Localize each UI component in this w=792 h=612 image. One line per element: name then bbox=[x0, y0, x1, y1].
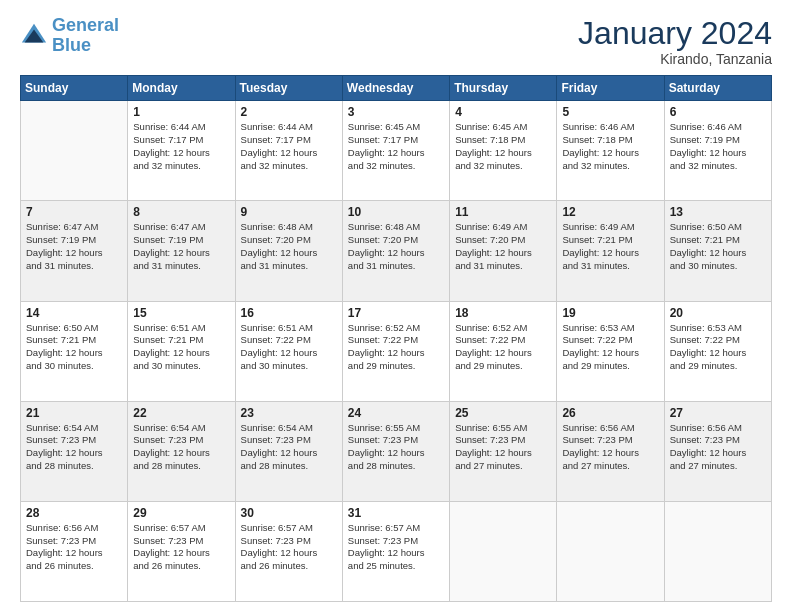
day-cell bbox=[664, 501, 771, 601]
week-row-3: 21Sunrise: 6:54 AM Sunset: 7:23 PM Dayli… bbox=[21, 401, 772, 501]
day-info: Sunrise: 6:57 AM Sunset: 7:23 PM Dayligh… bbox=[133, 522, 229, 573]
day-number: 25 bbox=[455, 406, 551, 420]
day-info: Sunrise: 6:47 AM Sunset: 7:19 PM Dayligh… bbox=[26, 221, 122, 272]
day-cell: 17Sunrise: 6:52 AM Sunset: 7:22 PM Dayli… bbox=[342, 301, 449, 401]
day-info: Sunrise: 6:49 AM Sunset: 7:21 PM Dayligh… bbox=[562, 221, 658, 272]
day-cell: 10Sunrise: 6:48 AM Sunset: 7:20 PM Dayli… bbox=[342, 201, 449, 301]
weekday-header-friday: Friday bbox=[557, 76, 664, 101]
day-cell: 18Sunrise: 6:52 AM Sunset: 7:22 PM Dayli… bbox=[450, 301, 557, 401]
day-cell: 20Sunrise: 6:53 AM Sunset: 7:22 PM Dayli… bbox=[664, 301, 771, 401]
weekday-header-saturday: Saturday bbox=[664, 76, 771, 101]
day-cell: 15Sunrise: 6:51 AM Sunset: 7:21 PM Dayli… bbox=[128, 301, 235, 401]
day-number: 5 bbox=[562, 105, 658, 119]
day-cell: 14Sunrise: 6:50 AM Sunset: 7:21 PM Dayli… bbox=[21, 301, 128, 401]
day-info: Sunrise: 6:50 AM Sunset: 7:21 PM Dayligh… bbox=[670, 221, 766, 272]
day-number: 29 bbox=[133, 506, 229, 520]
day-number: 12 bbox=[562, 205, 658, 219]
day-info: Sunrise: 6:53 AM Sunset: 7:22 PM Dayligh… bbox=[670, 322, 766, 373]
week-row-0: 1Sunrise: 6:44 AM Sunset: 7:17 PM Daylig… bbox=[21, 101, 772, 201]
day-info: Sunrise: 6:51 AM Sunset: 7:21 PM Dayligh… bbox=[133, 322, 229, 373]
day-info: Sunrise: 6:52 AM Sunset: 7:22 PM Dayligh… bbox=[455, 322, 551, 373]
day-info: Sunrise: 6:48 AM Sunset: 7:20 PM Dayligh… bbox=[348, 221, 444, 272]
day-cell: 31Sunrise: 6:57 AM Sunset: 7:23 PM Dayli… bbox=[342, 501, 449, 601]
day-cell: 19Sunrise: 6:53 AM Sunset: 7:22 PM Dayli… bbox=[557, 301, 664, 401]
day-cell: 28Sunrise: 6:56 AM Sunset: 7:23 PM Dayli… bbox=[21, 501, 128, 601]
location: Kirando, Tanzania bbox=[578, 51, 772, 67]
day-info: Sunrise: 6:47 AM Sunset: 7:19 PM Dayligh… bbox=[133, 221, 229, 272]
day-info: Sunrise: 6:44 AM Sunset: 7:17 PM Dayligh… bbox=[133, 121, 229, 172]
day-number: 30 bbox=[241, 506, 337, 520]
day-info: Sunrise: 6:56 AM Sunset: 7:23 PM Dayligh… bbox=[562, 422, 658, 473]
day-number: 17 bbox=[348, 306, 444, 320]
day-number: 13 bbox=[670, 205, 766, 219]
day-info: Sunrise: 6:50 AM Sunset: 7:21 PM Dayligh… bbox=[26, 322, 122, 373]
day-number: 15 bbox=[133, 306, 229, 320]
day-number: 14 bbox=[26, 306, 122, 320]
day-cell: 27Sunrise: 6:56 AM Sunset: 7:23 PM Dayli… bbox=[664, 401, 771, 501]
day-cell: 5Sunrise: 6:46 AM Sunset: 7:18 PM Daylig… bbox=[557, 101, 664, 201]
day-info: Sunrise: 6:56 AM Sunset: 7:23 PM Dayligh… bbox=[670, 422, 766, 473]
day-info: Sunrise: 6:46 AM Sunset: 7:18 PM Dayligh… bbox=[562, 121, 658, 172]
weekday-header-row: SundayMondayTuesdayWednesdayThursdayFrid… bbox=[21, 76, 772, 101]
day-number: 20 bbox=[670, 306, 766, 320]
day-number: 24 bbox=[348, 406, 444, 420]
day-cell: 29Sunrise: 6:57 AM Sunset: 7:23 PM Dayli… bbox=[128, 501, 235, 601]
day-cell: 7Sunrise: 6:47 AM Sunset: 7:19 PM Daylig… bbox=[21, 201, 128, 301]
day-info: Sunrise: 6:54 AM Sunset: 7:23 PM Dayligh… bbox=[133, 422, 229, 473]
day-info: Sunrise: 6:54 AM Sunset: 7:23 PM Dayligh… bbox=[241, 422, 337, 473]
day-number: 18 bbox=[455, 306, 551, 320]
logo-icon bbox=[20, 22, 48, 50]
day-cell: 24Sunrise: 6:55 AM Sunset: 7:23 PM Dayli… bbox=[342, 401, 449, 501]
day-cell: 9Sunrise: 6:48 AM Sunset: 7:20 PM Daylig… bbox=[235, 201, 342, 301]
day-info: Sunrise: 6:51 AM Sunset: 7:22 PM Dayligh… bbox=[241, 322, 337, 373]
day-info: Sunrise: 6:45 AM Sunset: 7:18 PM Dayligh… bbox=[455, 121, 551, 172]
day-info: Sunrise: 6:44 AM Sunset: 7:17 PM Dayligh… bbox=[241, 121, 337, 172]
day-cell: 25Sunrise: 6:55 AM Sunset: 7:23 PM Dayli… bbox=[450, 401, 557, 501]
day-cell bbox=[450, 501, 557, 601]
day-cell bbox=[21, 101, 128, 201]
day-number: 3 bbox=[348, 105, 444, 119]
page: General Blue January 2024 Kirando, Tanza… bbox=[0, 0, 792, 612]
day-cell: 30Sunrise: 6:57 AM Sunset: 7:23 PM Dayli… bbox=[235, 501, 342, 601]
day-info: Sunrise: 6:57 AM Sunset: 7:23 PM Dayligh… bbox=[241, 522, 337, 573]
day-info: Sunrise: 6:57 AM Sunset: 7:23 PM Dayligh… bbox=[348, 522, 444, 573]
day-number: 8 bbox=[133, 205, 229, 219]
day-number: 10 bbox=[348, 205, 444, 219]
weekday-header-monday: Monday bbox=[128, 76, 235, 101]
month-title: January 2024 bbox=[578, 16, 772, 51]
title-block: January 2024 Kirando, Tanzania bbox=[578, 16, 772, 67]
day-cell: 3Sunrise: 6:45 AM Sunset: 7:17 PM Daylig… bbox=[342, 101, 449, 201]
day-info: Sunrise: 6:49 AM Sunset: 7:20 PM Dayligh… bbox=[455, 221, 551, 272]
day-number: 28 bbox=[26, 506, 122, 520]
day-info: Sunrise: 6:54 AM Sunset: 7:23 PM Dayligh… bbox=[26, 422, 122, 473]
weekday-header-tuesday: Tuesday bbox=[235, 76, 342, 101]
day-number: 4 bbox=[455, 105, 551, 119]
day-cell: 12Sunrise: 6:49 AM Sunset: 7:21 PM Dayli… bbox=[557, 201, 664, 301]
day-number: 2 bbox=[241, 105, 337, 119]
day-number: 7 bbox=[26, 205, 122, 219]
day-number: 23 bbox=[241, 406, 337, 420]
day-number: 11 bbox=[455, 205, 551, 219]
day-info: Sunrise: 6:46 AM Sunset: 7:19 PM Dayligh… bbox=[670, 121, 766, 172]
day-number: 16 bbox=[241, 306, 337, 320]
logo: General Blue bbox=[20, 16, 119, 56]
day-info: Sunrise: 6:48 AM Sunset: 7:20 PM Dayligh… bbox=[241, 221, 337, 272]
day-info: Sunrise: 6:53 AM Sunset: 7:22 PM Dayligh… bbox=[562, 322, 658, 373]
day-number: 31 bbox=[348, 506, 444, 520]
weekday-header-thursday: Thursday bbox=[450, 76, 557, 101]
calendar-table: SundayMondayTuesdayWednesdayThursdayFrid… bbox=[20, 75, 772, 602]
logo-text: General Blue bbox=[52, 16, 119, 56]
day-number: 22 bbox=[133, 406, 229, 420]
day-number: 6 bbox=[670, 105, 766, 119]
day-number: 19 bbox=[562, 306, 658, 320]
day-cell: 1Sunrise: 6:44 AM Sunset: 7:17 PM Daylig… bbox=[128, 101, 235, 201]
day-cell: 11Sunrise: 6:49 AM Sunset: 7:20 PM Dayli… bbox=[450, 201, 557, 301]
day-number: 27 bbox=[670, 406, 766, 420]
day-number: 1 bbox=[133, 105, 229, 119]
day-cell bbox=[557, 501, 664, 601]
day-cell: 4Sunrise: 6:45 AM Sunset: 7:18 PM Daylig… bbox=[450, 101, 557, 201]
logo-blue: Blue bbox=[52, 35, 91, 55]
day-info: Sunrise: 6:45 AM Sunset: 7:17 PM Dayligh… bbox=[348, 121, 444, 172]
day-cell: 8Sunrise: 6:47 AM Sunset: 7:19 PM Daylig… bbox=[128, 201, 235, 301]
day-cell: 13Sunrise: 6:50 AM Sunset: 7:21 PM Dayli… bbox=[664, 201, 771, 301]
